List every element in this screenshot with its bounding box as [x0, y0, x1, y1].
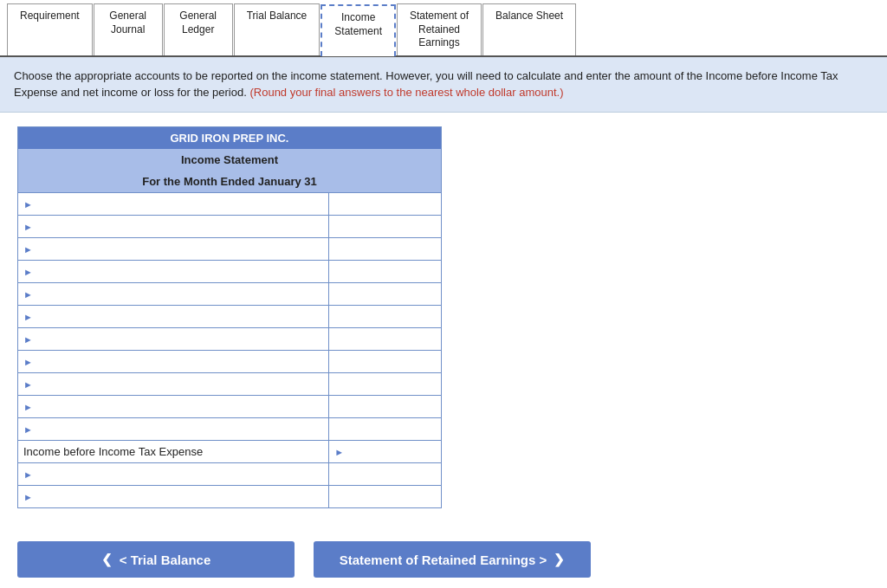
table-row: ► — [18, 192, 442, 215]
instruction-box: Choose the appropriate accounts to be re… — [0, 57, 887, 113]
row-label: ► — [18, 417, 329, 440]
table-row: ► — [18, 237, 442, 260]
row-value[interactable] — [329, 327, 442, 350]
tab-requirement[interactable]: Requirement — [7, 3, 93, 55]
income-before-tax-value[interactable]: ► — [329, 440, 442, 462]
statement-title: Income Statement — [18, 149, 442, 171]
table-row: ► — [18, 260, 442, 282]
prev-label: < Trial Balance — [120, 552, 210, 567]
row-value[interactable] — [329, 260, 442, 282]
tab-balance-sheet[interactable]: Balance Sheet — [482, 3, 576, 55]
table-row: ► — [18, 395, 442, 417]
row-value[interactable] — [329, 395, 442, 417]
row-label: ► — [18, 327, 329, 350]
next-icon: ❯ — [554, 552, 565, 567]
table-row: ► — [18, 282, 442, 305]
row-value[interactable] — [329, 282, 442, 305]
tab-bar: Requirement GeneralJournal GeneralLedger… — [0, 0, 887, 57]
row-label: ► — [18, 192, 329, 215]
tab-trial-balance[interactable]: Trial Balance — [234, 3, 320, 55]
next-button[interactable]: Statement of Retained Earnings > ❯ — [314, 541, 591, 578]
table-row: ► — [18, 327, 442, 350]
tab-income-statement[interactable]: IncomeStatement — [320, 4, 396, 56]
row-value[interactable] — [329, 215, 442, 237]
row-label: ► — [18, 215, 329, 237]
company-name: GRID IRON PREP INC. — [18, 126, 442, 149]
statement-title-row: Income Statement — [18, 149, 442, 171]
prev-icon: ❮ — [101, 552, 113, 567]
row-label: ► — [18, 237, 329, 260]
tab-general-journal[interactable]: GeneralJournal — [94, 3, 163, 55]
table-row: ► — [18, 372, 442, 395]
row-value[interactable] — [329, 372, 442, 395]
row-value[interactable] — [329, 305, 442, 327]
prev-button[interactable]: ❮ < Trial Balance — [17, 541, 295, 578]
row-label: ► — [18, 395, 329, 417]
row-label: ► — [18, 485, 329, 507]
row-value[interactable] — [329, 462, 442, 485]
income-statement-table: GRID IRON PREP INC. Income Statement For… — [17, 126, 442, 508]
table-row: ► — [18, 462, 442, 485]
row-value[interactable] — [329, 237, 442, 260]
row-label: ► — [18, 350, 329, 372]
next-label: Statement of Retained Earnings > — [340, 552, 547, 567]
row-label: ► — [18, 305, 329, 327]
row-value[interactable] — [329, 350, 442, 372]
table-row: ► — [18, 485, 442, 507]
row-label: ► — [18, 462, 329, 485]
table-row: ► — [18, 417, 442, 440]
row-label: ► — [18, 260, 329, 282]
row-value[interactable] — [329, 417, 442, 440]
statement-period: For the Month Ended January 31 — [18, 171, 442, 193]
bottom-nav: ❮ < Trial Balance Statement of Retained … — [0, 531, 887, 588]
tab-retained-earnings[interactable]: Statement ofRetainedEarnings — [397, 3, 482, 55]
row-value[interactable] — [329, 485, 442, 507]
company-header-row: GRID IRON PREP INC. — [18, 126, 442, 149]
row-value[interactable] — [329, 192, 442, 215]
income-before-tax-label: Income before Income Tax Expense — [18, 440, 329, 462]
content-area: GRID IRON PREP INC. Income Statement For… — [0, 113, 887, 578]
tab-general-ledger[interactable]: GeneralLedger — [164, 3, 233, 55]
income-before-tax-row: Income before Income Tax Expense ► — [18, 440, 442, 462]
row-label: ► — [18, 372, 329, 395]
table-row: ► — [18, 305, 442, 327]
table-row: ► — [18, 215, 442, 237]
statement-period-row: For the Month Ended January 31 — [18, 171, 442, 193]
row-label: ► — [18, 282, 329, 305]
table-row: ► — [18, 350, 442, 372]
instruction-highlight: (Round your final answers to the nearest… — [249, 86, 563, 99]
